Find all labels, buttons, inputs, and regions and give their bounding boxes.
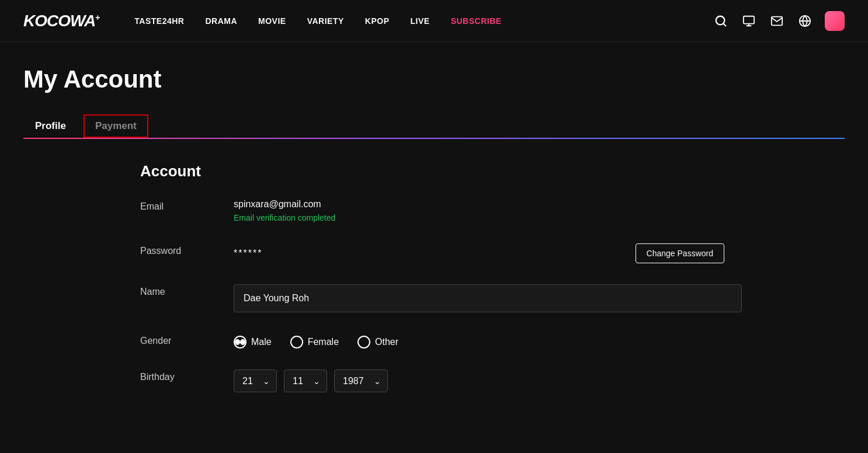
gender-label: Gender (140, 333, 234, 346)
email-value-group: spinxara@gmail.com Email verification co… (234, 199, 724, 222)
gender-male[interactable]: Male (234, 336, 272, 349)
nav-kpop[interactable]: KPOP (365, 16, 390, 26)
svg-line-1 (723, 23, 725, 26)
birthday-selects: 21 ⌄ 11 ⌄ 1987 ⌄ (234, 370, 388, 392)
nav-movie[interactable]: MOVIE (258, 16, 286, 26)
name-row: Name (140, 284, 724, 312)
birthday-label: Birthday (140, 370, 234, 382)
globe-icon[interactable] (797, 13, 813, 29)
search-icon[interactable] (713, 13, 729, 29)
change-password-button[interactable]: Change Password (636, 243, 724, 263)
birthday-day-wrapper: 21 ⌄ (234, 370, 277, 392)
radio-female (290, 336, 303, 349)
birthday-month-select[interactable]: 11 (284, 370, 327, 392)
nav-variety[interactable]: VARIETY (307, 16, 344, 26)
gender-options: Male Female Other (234, 333, 398, 349)
tabs: Profile Payment (23, 114, 845, 139)
tab-payment[interactable]: Payment (84, 114, 148, 138)
email-address: spinxara@gmail.com (234, 199, 724, 210)
tv-icon[interactable] (741, 13, 757, 29)
name-input[interactable] (234, 284, 742, 312)
email-row: Email spinxara@gmail.com Email verificat… (140, 199, 724, 222)
nav-subscribe[interactable]: SUBSCRIBE (451, 16, 502, 26)
email-verified-text: Email verification completed (234, 213, 724, 222)
birthday-year-wrapper: 1987 ⌄ (334, 370, 388, 392)
nav-drama[interactable]: DRAMA (205, 16, 237, 26)
gender-female-label: Female (308, 337, 339, 347)
page-title: My Account (23, 65, 845, 93)
password-label: Password (140, 243, 234, 256)
radio-other (357, 336, 370, 349)
name-field-container (234, 284, 742, 312)
account-section-title: Account (140, 162, 724, 180)
gender-row: Gender Male Female Other (140, 333, 724, 349)
mail-icon[interactable] (769, 13, 785, 29)
gender-other[interactable]: Other (357, 336, 398, 349)
gender-male-label: Male (251, 337, 272, 347)
tab-profile[interactable]: Profile (23, 114, 78, 138)
header-icons (713, 11, 845, 31)
birthday-row: Birthday 21 ⌄ 11 ⌄ 1987 (140, 370, 724, 392)
email-label: Email (140, 199, 234, 212)
birthday-day-select[interactable]: 21 (234, 370, 277, 392)
password-stars: ****** (234, 248, 636, 259)
svg-rect-2 (744, 16, 754, 23)
birthday-month-wrapper: 11 ⌄ (284, 370, 327, 392)
gender-female[interactable]: Female (290, 336, 339, 349)
name-label: Name (140, 284, 234, 297)
gender-other-label: Other (375, 337, 398, 347)
radio-male (234, 336, 246, 349)
main-nav: TASTE24HR DRAMA MOVIE VARIETY KPOP LIVE … (134, 16, 713, 26)
password-row: Password ****** Change Password (140, 243, 724, 263)
account-section: Account Email spinxara@gmail.com Email v… (23, 162, 724, 392)
logo[interactable]: KOCOWA+ (23, 12, 99, 30)
avatar[interactable] (825, 11, 845, 31)
nav-taste24hr[interactable]: TASTE24HR (134, 16, 184, 26)
nav-live[interactable]: LIVE (411, 16, 430, 26)
password-value-group: ****** Change Password (234, 243, 724, 263)
birthday-year-select[interactable]: 1987 (334, 370, 388, 392)
